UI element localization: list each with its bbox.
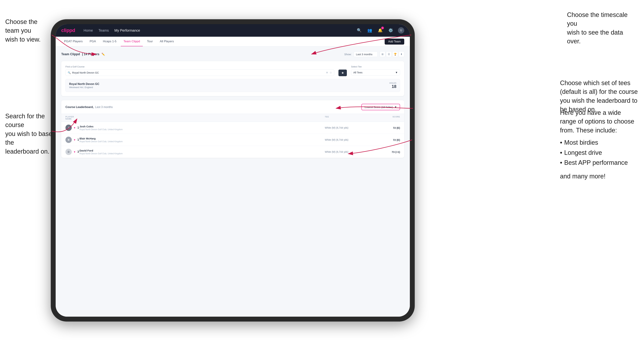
search-row: Find a Golf Course 🔍 ✕ ☆ ★ Select Tee [66, 65, 400, 76]
trophy-view-button[interactable]: 🏆 [392, 51, 398, 57]
score-2: 72 (E) [374, 138, 400, 141]
favorite-heart-1[interactable]: ♥ [74, 126, 75, 129]
col-header-score: SCORE [374, 116, 400, 120]
sub-nav-tabs: PGAT Players PGA Hcaps 1-5 Team Clippd T… [61, 37, 176, 46]
bullet-item-3: Best APP performance [560, 158, 639, 168]
leaderboard-section: Course Leaderboard, Last 3 months Lowest… [61, 100, 404, 158]
tee-value: All Tees [353, 71, 362, 74]
nav-link-myperformance[interactable]: My Performance [114, 28, 140, 32]
rank-number-3: 3 [77, 150, 79, 154]
sub-nav: PGAT Players PGA Hcaps 1-5 Team Clippd T… [56, 37, 410, 46]
tab-pga[interactable]: PGA [87, 37, 99, 46]
rank-number-2: 1 [77, 138, 79, 141]
player-club-1: Royal North Devon Golf Club, United King… [80, 128, 325, 131]
score-type-label: Lowest Score (18 holes) [364, 106, 393, 109]
tee-2: White (M) (6,744 yds) [325, 138, 374, 141]
course-location: Westward Ho!, England [69, 86, 99, 89]
nav-link-teams[interactable]: Teams [98, 28, 109, 32]
favorite-icon[interactable]: ☆ [330, 71, 332, 74]
grid-view-button[interactable]: ⊞ [380, 51, 385, 57]
course-search-input-wrapper: 🔍 ✕ ☆ [66, 69, 334, 76]
bullet-item-2: Longest drive [560, 148, 639, 158]
score-3: 73 (+1) [374, 151, 400, 154]
player-name-1: Josh Coles [80, 125, 325, 128]
player-info-1: Josh Coles Royal North Devon Golf Club, … [80, 125, 325, 131]
view-icons: ⊞ ☰ 🏆 ⬇ [380, 51, 404, 57]
bell-icon-btn[interactable]: 🔔 1 [377, 27, 383, 33]
player-info-3: David Ford Royal North Devon Golf Club, … [80, 149, 325, 155]
player-name-3: David Ford [80, 149, 325, 152]
search-icon: 🔍 [68, 71, 71, 74]
and-more-text: and many more! [560, 172, 639, 181]
annotation-left-mid: Search for the course you wish to base t… [5, 112, 54, 156]
search-confirm-button[interactable]: ★ [338, 70, 347, 76]
clear-search-icon[interactable]: ✕ [326, 71, 328, 74]
course-result[interactable]: Royal North Devon GC Westward Ho!, Engla… [66, 79, 400, 92]
player-rank-2: B ♥ 1 [66, 137, 80, 143]
find-course-label: Find a Golf Course [66, 65, 334, 68]
annotation-top-left: Choose the team you wish to view. [5, 17, 51, 44]
leaderboard-table: PLAYER NAME TEE SCORE J ♥ 1 [61, 114, 404, 158]
annotation-right-bottom: Here you have a wide range of options to… [560, 108, 639, 181]
rank-number-1: 1 [77, 126, 79, 129]
leaderboard-title: Course Leaderboard, Last 3 months [66, 106, 113, 109]
edit-team-icon[interactable]: ✏️ [102, 53, 105, 56]
tab-all-players[interactable]: All Players [157, 37, 176, 46]
avatar-3: D [66, 149, 72, 155]
tablet-screen: clippd Home Teams My Performance 🔍 👥 🔔 1… [56, 24, 410, 317]
search-section: Find a Golf Course 🔍 ✕ ☆ ★ Select Tee [61, 61, 404, 96]
list-view-button[interactable]: ☰ [386, 51, 392, 57]
player-name-2: Blair McHarg [80, 137, 325, 140]
time-period-select[interactable]: Last 3 months Last month Last 6 months T… [354, 51, 378, 57]
favorite-heart-2[interactable]: ♥ [74, 138, 75, 141]
app-container: clippd Home Teams My Performance 🔍 👥 🔔 1… [56, 24, 410, 317]
options-bullet-list: Most birdies Longest drive Best APP perf… [560, 138, 639, 168]
table-row: J ♥ 1 Josh Coles Royal North Devon Golf … [61, 122, 404, 134]
course-name: Royal North Devon GC [69, 82, 99, 86]
score-type-selector[interactable]: Lowest Score (18 holes) ▼ [362, 104, 400, 110]
holes-badge: Holes 18 [390, 82, 396, 89]
show-label: Show: [344, 53, 352, 56]
player-rank-1: J ♥ 1 [66, 125, 80, 131]
tablet-shell: clippd Home Teams My Performance 🔍 👥 🔔 1… [51, 19, 415, 322]
table-row: B ♥ 1 Blair McHarg Royal North Devon Gol… [61, 134, 404, 146]
add-team-button[interactable]: Add Team [385, 39, 404, 44]
tee-select-group: Select Tee All Tees ▼ [351, 65, 400, 75]
nav-link-home[interactable]: Home [84, 28, 93, 32]
bullet-item-1: Most birdies [560, 138, 639, 148]
nav-icons: 🔍 👥 🔔 1 ⚙️ U [356, 27, 404, 33]
team-title: Team Clippd | 14 Players ✏️ [61, 52, 105, 56]
avatar-2: B [66, 137, 72, 143]
score-1: 72 (E) [374, 126, 400, 129]
tee-1: White (M) (6,744 yds) [325, 126, 374, 129]
notification-badge: 1 [381, 26, 384, 29]
tab-pgat-players[interactable]: PGAT Players [61, 37, 86, 46]
player-info-2: Blair McHarg Royal North Devon Golf Club… [80, 137, 325, 143]
avatar-1: J [66, 125, 72, 131]
course-info: Royal North Devon GC Westward Ho!, Engla… [69, 82, 99, 89]
player-rank-3: D ♥ 3 [66, 149, 80, 155]
settings-icon-btn[interactable]: ⚙️ [388, 27, 394, 33]
course-search-input[interactable] [72, 71, 324, 74]
app-logo: clippd [61, 28, 75, 33]
holes-label: Holes [390, 82, 396, 84]
team-name: Team Clippd [61, 52, 80, 56]
select-tee-label: Select Tee [351, 65, 400, 68]
tab-hcaps[interactable]: Hcaps 1-5 [100, 37, 119, 46]
tee-select-wrapper[interactable]: All Tees ▼ [351, 69, 400, 75]
tab-tour[interactable]: Tour [144, 37, 156, 46]
team-controls: Show: Last 3 months Last month Last 6 mo… [344, 51, 404, 57]
main-content: Team Clippd | 14 Players ✏️ Show: Last 3… [56, 46, 410, 317]
tab-team-clippd[interactable]: Team Clippd [121, 37, 143, 46]
table-row: D ♥ 3 David Ford Royal North Devon Golf … [61, 146, 404, 158]
score-dropdown-arrow: ▼ [394, 106, 397, 109]
download-button[interactable]: ⬇ [399, 51, 404, 57]
search-icon-btn[interactable]: 🔍 [356, 27, 362, 33]
user-avatar[interactable]: U [398, 27, 404, 33]
holes-number: 18 [390, 84, 396, 89]
favorite-heart-3[interactable]: ♥ [74, 151, 75, 153]
people-icon-btn[interactable]: 👥 [366, 27, 373, 33]
col-header-empty [80, 116, 325, 120]
player-count-label: | 14 Players [82, 52, 100, 56]
player-club-3: Royal North Devon Golf Club, United King… [80, 152, 325, 155]
